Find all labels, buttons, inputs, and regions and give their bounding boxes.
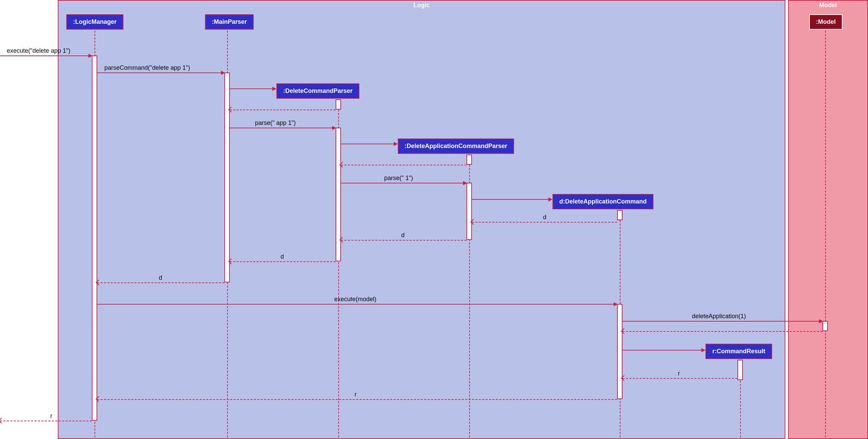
- msg-line-return-r-out: [0, 421, 92, 421]
- msg-line-parse-app: [230, 128, 336, 128]
- msg-line-create-dac: [472, 199, 552, 200]
- msg-line-delete-app: [623, 321, 822, 322]
- arrow-right-icon: [221, 71, 225, 75]
- lifeline-model: [825, 31, 826, 437]
- frame-model: Model: [788, 0, 868, 439]
- activation-dcp-create: [336, 99, 341, 110]
- participant-model: :Model: [809, 14, 843, 30]
- participant-delete-command-parser: :DeleteCommandParser: [276, 83, 359, 99]
- msg-parse-app: parse(" app 1"): [255, 119, 296, 127]
- activation-dac-execute: [617, 304, 623, 399]
- participant-main-parser: :MainParser: [205, 14, 254, 30]
- arrow-right-icon: [88, 54, 92, 58]
- arrow-right-icon: [394, 142, 398, 146]
- msg-d-4: d: [159, 274, 162, 281]
- activation-dacp-parse: [466, 183, 472, 240]
- arrow-right-icon: [548, 197, 552, 201]
- participant-logic-manager: :LogicManager: [66, 14, 123, 30]
- msg-line-return-d-1: [472, 222, 617, 223]
- msg-line-create-cr: [623, 350, 705, 351]
- activation-logic-manager: [92, 55, 97, 421]
- msg-line-return-dcp: [230, 110, 336, 110]
- arrow-right-icon: [332, 126, 336, 130]
- arrow-right-icon: [819, 319, 823, 323]
- msg-line-execute-model: [97, 304, 617, 305]
- msg-line-return-r-2: [97, 399, 617, 400]
- msg-line-return-dacp: [341, 165, 466, 165]
- activation-dacp-create: [466, 155, 472, 165]
- activation-command-result: [737, 360, 743, 380]
- msg-r-out: r: [50, 412, 52, 420]
- activation-model: [822, 321, 828, 331]
- activation-dcp-parse: [336, 128, 341, 261]
- msg-line-return-d-2: [341, 240, 466, 241]
- arrow-right-icon: [463, 181, 467, 185]
- participant-delete-app-command-parser: :DeleteApplicationCommandParser: [398, 139, 514, 154]
- msg-d-1: d: [543, 214, 546, 221]
- participant-delete-app-command: d:DeleteApplicationCommand: [552, 194, 653, 209]
- msg-parse-1: parse(" 1"): [384, 175, 413, 182]
- msg-line-execute-in: [0, 55, 92, 56]
- msg-line-return-d-4: [97, 282, 224, 283]
- msg-line-parse-1: [341, 183, 466, 183]
- msg-line-create-dcp: [230, 88, 276, 89]
- participant-command-result: r:CommandResult: [705, 344, 772, 359]
- msg-line-return-model: [623, 331, 822, 332]
- activation-dac-create: [617, 210, 623, 220]
- msg-r-2: r: [355, 391, 357, 398]
- msg-d-2: d: [401, 232, 405, 239]
- msg-line-create-dacp: [341, 144, 397, 144]
- frame-label-logic: Logic: [409, 1, 435, 10]
- arrow-right-icon: [614, 302, 618, 306]
- msg-line-parse-command: [97, 72, 224, 73]
- msg-d-3: d: [280, 253, 284, 260]
- activation-main-parser: [224, 72, 230, 282]
- msg-line-return-r-1: [623, 378, 737, 379]
- arrow-right-icon: [272, 87, 276, 91]
- msg-execute-model: execute(model): [334, 296, 376, 303]
- msg-parse-command: parseCommand("delete app 1"): [104, 64, 190, 71]
- msg-line-return-d-3: [230, 261, 336, 262]
- msg-r-1: r: [678, 370, 680, 377]
- arrow-left-open-icon: [0, 418, 4, 424]
- msg-delete-application: deleteApplication(1): [692, 313, 746, 320]
- msg-execute-in: execute("delete app 1"): [7, 47, 70, 54]
- frame-label-model: Model: [815, 1, 842, 10]
- arrow-right-icon: [701, 348, 705, 352]
